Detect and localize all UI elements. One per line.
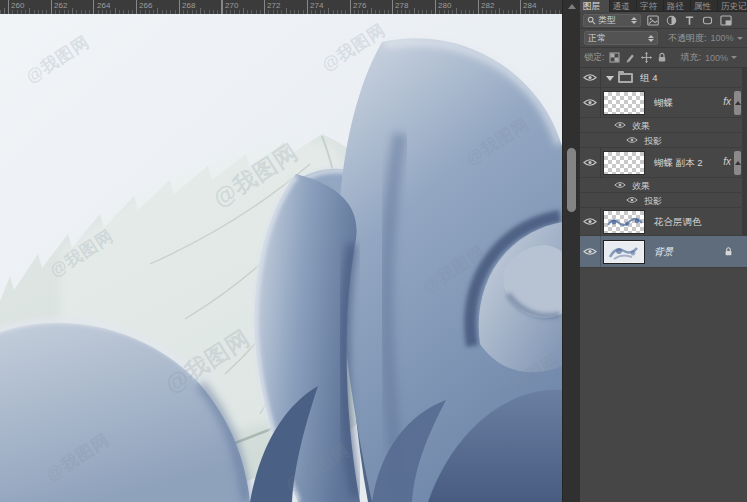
drop-shadow-row[interactable]: 投影 <box>580 193 747 208</box>
visibility-eye-icon[interactable] <box>583 98 597 107</box>
layer-thumbnail[interactable] <box>603 240 645 264</box>
layers-list: 组 4 蝴蝶 fx 效果 投影 <box>580 68 747 268</box>
folder-icon <box>618 73 633 83</box>
collapse-effects-button[interactable] <box>734 151 741 175</box>
document-canvas[interactable]: @我图网 @我图网 @我图网 @我图网 @我图网 @我图网 @我图网 @我图网 … <box>0 14 562 502</box>
effects-row[interactable]: 效果 <box>580 178 747 193</box>
tab-layers[interactable]: 图层 <box>580 0 610 12</box>
scrollbar-up-arrow-icon[interactable] <box>568 4 576 9</box>
lock-fill-row: 锁定: 填充: 100% <box>580 48 747 68</box>
ruler-label: 274 <box>310 1 323 10</box>
effects-label: 效果 <box>632 120 650 133</box>
layers-panel-empty-area <box>580 268 747 502</box>
scrollbar-thumb[interactable] <box>566 147 577 213</box>
opacity-value[interactable]: 100% <box>711 33 734 43</box>
lock-transparent-pixels-icon[interactable] <box>609 52 620 63</box>
panel-tab-bar: 图层 通道 字符 路径 属性 历史记录 <box>580 0 747 12</box>
layer-name[interactable]: 花合层调色 <box>654 216 702 229</box>
search-icon <box>587 16 596 25</box>
horizontal-ruler: 260 262 264 266 268 270 272 274 276 278 … <box>0 0 580 14</box>
drop-shadow-row[interactable]: 投影 <box>580 133 747 148</box>
visibility-eye-icon[interactable] <box>614 181 626 189</box>
dropdown-arrows-icon <box>630 16 637 25</box>
ruler-label: 280 <box>438 1 451 10</box>
ruler-label: 262 <box>54 1 67 10</box>
tab-channels[interactable]: 通道 <box>610 0 637 12</box>
ruler-label: 278 <box>395 1 408 10</box>
visibility-eye-icon[interactable] <box>626 136 638 144</box>
opacity-dropdown-icon[interactable] <box>737 37 743 40</box>
thumbnail-flowers <box>604 211 646 235</box>
opacity-label: 不透明度: <box>668 32 707 45</box>
effects-label: 效果 <box>632 180 650 193</box>
group-name: 组 4 <box>640 72 657 85</box>
layer-filter-bar: 类型 <box>580 12 747 29</box>
layer-row-flower-tint[interactable]: 花合层调色 <box>580 208 747 236</box>
tab-properties[interactable]: 属性 <box>691 0 718 12</box>
layer-name[interactable]: 背景 <box>654 246 673 259</box>
smart-object-filter-icon[interactable] <box>720 15 732 26</box>
fx-badge: fx <box>723 96 731 107</box>
layer-row-background-selected[interactable]: 背景 <box>580 236 747 268</box>
visibility-eye-icon[interactable] <box>583 247 597 256</box>
dropdown-arrows-icon <box>647 34 654 43</box>
visibility-eye-icon[interactable] <box>583 158 597 167</box>
filter-kind-label: 类型 <box>598 14 630 27</box>
layer-thumbnail[interactable] <box>603 91 645 115</box>
layer-row-butterfly[interactable]: 蝴蝶 fx <box>580 88 747 118</box>
rose-artwork <box>0 14 562 502</box>
visibility-eye-icon[interactable] <box>626 196 638 204</box>
layer-name[interactable]: 蝴蝶 副本 2 <box>654 157 703 170</box>
filter-kind-dropdown[interactable]: 类型 <box>583 14 641 27</box>
fx-badge: fx <box>723 156 731 167</box>
fill-dropdown-icon[interactable] <box>731 56 737 59</box>
tab-history[interactable]: 历史记录 <box>718 0 747 12</box>
drop-shadow-label: 投影 <box>644 135 662 148</box>
ruler-label: 282 <box>481 1 494 10</box>
ruler-label: 260 <box>11 1 24 10</box>
collapse-effects-button[interactable] <box>734 91 741 115</box>
shape-layers-filter-icon[interactable] <box>702 15 713 26</box>
group-expand-triangle-icon[interactable] <box>606 76 614 81</box>
blend-opacity-row: 正常 不透明度: 100% <box>580 29 747 48</box>
fill-value[interactable]: 100% <box>705 53 728 63</box>
pixel-layers-filter-icon[interactable] <box>647 15 659 26</box>
lock-all-icon[interactable] <box>657 52 667 63</box>
type-layers-filter-icon[interactable] <box>684 15 695 26</box>
ruler-label: 266 <box>139 1 152 10</box>
ruler-label: 276 <box>353 1 366 10</box>
ruler-label: 270 <box>225 1 238 10</box>
layers-panel: 图层 通道 字符 路径 属性 历史记录 类型 <box>580 0 747 502</box>
effects-row[interactable]: 效果 <box>580 118 747 133</box>
blend-mode-value: 正常 <box>588 32 647 45</box>
photoshop-workspace: 260 262 264 266 268 270 272 274 276 278 … <box>0 0 747 502</box>
lock-image-pixels-icon[interactable] <box>625 52 636 63</box>
blend-mode-dropdown[interactable]: 正常 <box>584 31 658 45</box>
canvas-vertical-scrollbar[interactable] <box>562 0 580 502</box>
thumbnail-rose <box>604 241 644 263</box>
visibility-eye-icon[interactable] <box>614 121 626 129</box>
tab-paths[interactable]: 路径 <box>664 0 691 12</box>
lock-label: 锁定: <box>584 51 605 64</box>
layer-lock-icon <box>724 246 733 257</box>
lock-position-icon[interactable] <box>641 52 652 63</box>
ruler-label: 284 <box>523 1 536 10</box>
layer-row-butterfly-copy-2[interactable]: 蝴蝶 副本 2 fx <box>580 148 747 178</box>
layer-row-group-4[interactable]: 组 4 <box>580 68 747 88</box>
adjustment-layers-filter-icon[interactable] <box>666 15 677 26</box>
visibility-eye-icon[interactable] <box>583 73 597 82</box>
tab-character[interactable]: 字符 <box>637 0 664 12</box>
ruler-label: 268 <box>182 1 195 10</box>
layer-thumbnail[interactable] <box>603 210 645 234</box>
ruler-label: 264 <box>97 1 110 10</box>
layer-name[interactable]: 蝴蝶 <box>654 97 673 110</box>
layer-thumbnail[interactable] <box>603 151 645 175</box>
drop-shadow-label: 投影 <box>644 195 662 208</box>
ruler-label: 272 <box>267 1 280 10</box>
visibility-eye-icon[interactable] <box>583 217 597 226</box>
fill-label: 填充: <box>681 51 702 64</box>
